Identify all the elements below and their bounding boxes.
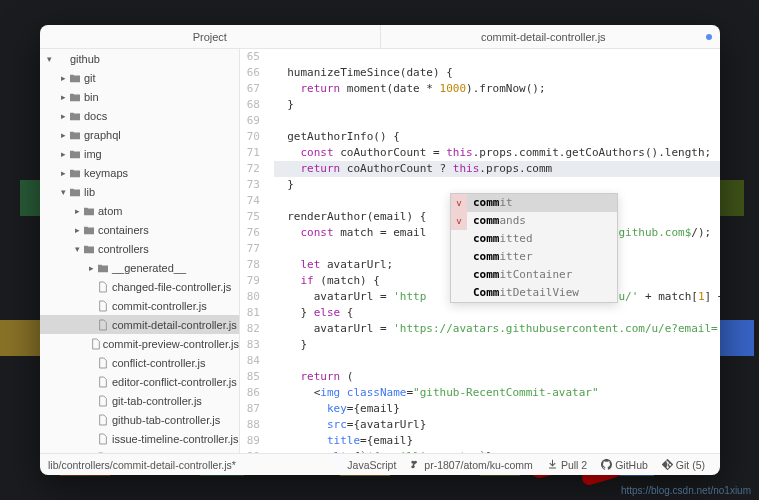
- code-line[interactable]: avatarUrl = 'https://avatars.githubuserc…: [274, 321, 720, 337]
- disclosure-chevron[interactable]: ▸: [58, 92, 68, 102]
- tree-item-changed-file-controller-js[interactable]: changed-file-controller.js: [40, 277, 239, 296]
- line-number: 71: [240, 145, 260, 161]
- code-line[interactable]: title={email}: [274, 433, 720, 449]
- tree-label: graphql: [84, 129, 121, 141]
- folder-icon: [82, 206, 96, 216]
- code-line[interactable]: }: [274, 97, 720, 113]
- autocomplete-item[interactable]: vCommitDetailView: [451, 284, 617, 302]
- tree-item-commit-preview-controller-js[interactable]: commit-preview-controller.js: [40, 334, 239, 353]
- disclosure-chevron[interactable]: ▸: [58, 73, 68, 83]
- line-number: 89: [240, 433, 260, 449]
- line-number: 75: [240, 209, 260, 225]
- tree-item-git[interactable]: ▸git: [40, 68, 239, 87]
- code-editor[interactable]: 6566676869707172737475767778798081828384…: [240, 49, 720, 453]
- tree-item-lib[interactable]: ▾lib: [40, 182, 239, 201]
- file-icon: [95, 452, 108, 454]
- autocomplete-item[interactable]: vcommands: [451, 212, 617, 230]
- tree-item-editor-conflict-controller-js[interactable]: editor-conflict-controller.js: [40, 372, 239, 391]
- line-number: 82: [240, 321, 260, 337]
- tree-item--generated-[interactable]: ▸__generated__: [40, 258, 239, 277]
- tree-label: atom: [98, 205, 122, 217]
- code-line[interactable]: return moment(date * 1000).fromNow();: [274, 81, 720, 97]
- status-file-path[interactable]: lib/controllers/commit-detail-controller…: [48, 459, 340, 471]
- line-number: 88: [240, 417, 260, 433]
- status-branch[interactable]: pr-1807/atom/ku-comm: [410, 459, 533, 471]
- disclosure-chevron[interactable]: ▸: [58, 149, 68, 159]
- file-icon: [96, 395, 110, 407]
- tree-item-conflict-controller-js[interactable]: conflict-controller.js: [40, 353, 239, 372]
- disclosure-chevron[interactable]: ▸: [72, 225, 82, 235]
- disclosure-chevron[interactable]: ▸: [58, 168, 68, 178]
- status-github[interactable]: GitHub: [601, 459, 648, 471]
- disclosure-chevron[interactable]: ▸: [72, 206, 82, 216]
- folder-icon: [68, 168, 82, 178]
- file-icon: [96, 281, 110, 293]
- autocomplete-item[interactable]: vcommitted: [451, 230, 617, 248]
- code-line[interactable]: [274, 353, 720, 369]
- tree-item-commit-controller-js[interactable]: commit-controller.js: [40, 296, 239, 315]
- code-line[interactable]: }: [274, 337, 720, 353]
- tree-item-img[interactable]: ▸img: [40, 144, 239, 163]
- autocomplete-type-badge: v: [451, 194, 467, 212]
- tree-label: containers: [98, 224, 149, 236]
- code-line[interactable]: [274, 113, 720, 129]
- tree-item-issueish-detail-controller-js[interactable]: issueish-detail-controller.js: [40, 448, 239, 453]
- status-git[interactable]: Git (5): [662, 459, 705, 471]
- tree-item-keymaps[interactable]: ▸keymaps: [40, 163, 239, 182]
- file-icon: [96, 357, 110, 369]
- watermark-url: https://blog.csdn.net/no1xium: [621, 485, 751, 496]
- disclosure-chevron[interactable]: ▸: [86, 263, 96, 273]
- status-language[interactable]: JavaScript: [347, 459, 396, 471]
- status-pull[interactable]: Pull 2: [547, 459, 587, 471]
- tree-item-issue-timeline-controller-js[interactable]: issue-timeline-controller.js: [40, 429, 239, 448]
- code-line[interactable]: alt={`${email}'s avatar`}: [274, 449, 720, 453]
- disclosure-chevron[interactable]: ▾: [44, 54, 54, 64]
- file-icon: [96, 319, 110, 331]
- git-icon: [662, 459, 673, 470]
- branch-icon: [410, 459, 421, 470]
- autocomplete-item[interactable]: vcommitter: [451, 248, 617, 266]
- code-line[interactable]: } else {: [274, 305, 720, 321]
- editor-tab-title[interactable]: commit-detail-controller.js: [381, 25, 721, 48]
- tree-item-bin[interactable]: ▸bin: [40, 87, 239, 106]
- tree-item-graphql[interactable]: ▸graphql: [40, 125, 239, 144]
- folder-icon: [68, 187, 82, 197]
- line-number: 84: [240, 353, 260, 369]
- line-number: 80: [240, 289, 260, 305]
- tree-item-github[interactable]: ▾github: [40, 49, 239, 68]
- tree-item-docs[interactable]: ▸docs: [40, 106, 239, 125]
- autocomplete-item[interactable]: vcommitContainer: [451, 266, 617, 284]
- code-line[interactable]: getAuthorInfo() {: [274, 129, 720, 145]
- tree-item-github-tab-controller-js[interactable]: github-tab-controller.js: [40, 410, 239, 429]
- disclosure-chevron[interactable]: ▾: [72, 244, 82, 254]
- code-line[interactable]: [274, 49, 720, 65]
- code-line[interactable]: src={avatarUrl}: [274, 417, 720, 433]
- tree-item-atom[interactable]: ▸atom: [40, 201, 239, 220]
- code-line[interactable]: humanizeTimeSince(date) {: [274, 65, 720, 81]
- autocomplete-item[interactable]: vcommit: [451, 194, 617, 212]
- tree-item-containers[interactable]: ▸containers: [40, 220, 239, 239]
- tree-label: lib: [84, 186, 95, 198]
- tree-label: changed-file-controller.js: [112, 281, 231, 293]
- code-line[interactable]: const coAuthorCount = this.props.commit.…: [274, 145, 720, 161]
- disclosure-chevron[interactable]: ▸: [58, 111, 68, 121]
- disclosure-chevron[interactable]: ▸: [58, 130, 68, 140]
- tree-label: controllers: [98, 243, 149, 255]
- tree-label: img: [84, 148, 102, 160]
- line-number: 69: [240, 113, 260, 129]
- disclosure-chevron[interactable]: ▾: [58, 187, 68, 197]
- line-number: 85: [240, 369, 260, 385]
- code-line[interactable]: <img className="github-RecentCommit-avat…: [274, 385, 720, 401]
- tree-label: git: [84, 72, 96, 84]
- autocomplete-popup[interactable]: vcommitvcommandsvcommittedvcommittervcom…: [450, 193, 618, 303]
- project-tree[interactable]: ▾github▸git▸bin▸docs▸graphql▸img▸keymaps…: [40, 49, 240, 453]
- code-line[interactable]: return coAuthorCount ? this.props.comm: [274, 161, 720, 177]
- tree-item-git-tab-controller-js[interactable]: git-tab-controller.js: [40, 391, 239, 410]
- code-line[interactable]: }: [274, 177, 720, 193]
- autocomplete-type-badge: v: [451, 284, 467, 302]
- code-line[interactable]: key={email}: [274, 401, 720, 417]
- tree-item-controllers[interactable]: ▾controllers: [40, 239, 239, 258]
- tree-item-commit-detail-controller-js[interactable]: commit-detail-controller.js: [40, 315, 239, 334]
- autocomplete-type-badge: v: [451, 266, 467, 284]
- code-line[interactable]: return (: [274, 369, 720, 385]
